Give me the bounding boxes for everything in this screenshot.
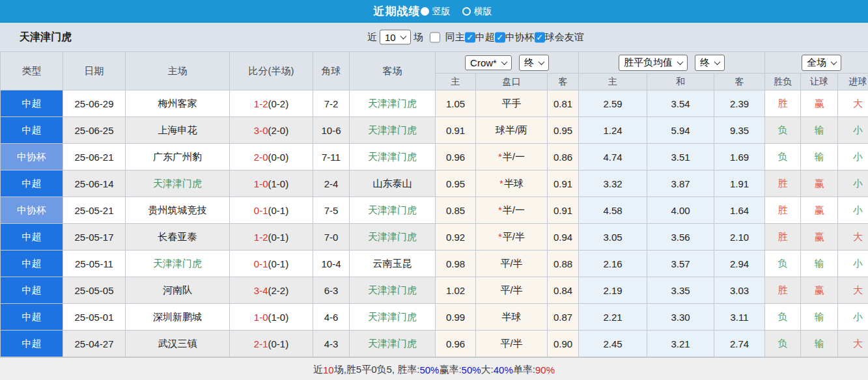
result-winlose: 负	[765, 144, 801, 170]
period-select[interactable]: 全场	[802, 55, 841, 71]
avg-draw: 3.51	[647, 144, 714, 170]
odds-away: 0.91	[548, 170, 579, 197]
col-header-odds-home: 主	[436, 74, 476, 90]
filter-toolbar: 天津津门虎 近 10 场 同主 ✓ 中超 ✓ 中协杯 ✓ 球会友谊	[0, 23, 868, 51]
avg-home: 3.32	[579, 170, 647, 197]
corner-score: 2-4	[313, 170, 350, 197]
result-winlose: 胜	[765, 224, 801, 251]
match-date: 25-05-01	[63, 304, 126, 331]
odds-away: 0.84	[548, 277, 579, 304]
corner-score: 7-11	[313, 144, 350, 170]
away-team: 天津津门虎	[350, 197, 436, 224]
title-bar: 近期战绩 竖版 横版	[0, 0, 868, 23]
result-winlose: 胜	[765, 277, 801, 304]
match-type-badge: 中超	[1, 251, 63, 277]
results-tbody: 中超 25-06-29 梅州客家 1-2(0-2) 7-2 天津津门虎 1.05…	[1, 90, 868, 357]
col-header-avg-draw: 和	[647, 74, 714, 90]
col-header-odds-away: 客	[548, 74, 579, 90]
result-handicap: 输	[801, 144, 838, 170]
away-team: 天津津门虎	[350, 331, 436, 357]
odds-handicap: 球半/两	[476, 117, 548, 144]
summary-bar: 近10场,胜5平0负5, 胜率:50% 赢率:50% 大:40% 单率:90%	[0, 357, 868, 380]
avg-odds-select[interactable]: 胜平负均值	[619, 55, 688, 71]
result-goals: 大	[838, 224, 868, 251]
avg-time-select[interactable]: 终	[695, 55, 725, 71]
summary-segment: 赢率:	[439, 364, 461, 376]
match-date: 25-05-17	[63, 224, 126, 251]
avg-draw: 3.21	[647, 331, 714, 357]
away-team: 天津津门虎	[350, 224, 436, 251]
summary-segment: 10	[323, 364, 334, 375]
avg-away: 1.64	[714, 197, 765, 224]
home-team: 广东广州豹	[126, 144, 230, 170]
avg-home: 2.21	[579, 304, 647, 331]
match-type-badge: 中超	[1, 224, 63, 251]
odds-handicap: 平/半	[476, 251, 548, 277]
table-row: 中超 25-06-29 梅州客家 1-2(0-2) 7-2 天津津门虎 1.05…	[1, 90, 868, 117]
match-date: 25-05-21	[63, 197, 126, 224]
layout-horizontal-option[interactable]: 横版	[474, 6, 492, 18]
radio-selected-icon[interactable]	[421, 7, 429, 16]
table-row: 中超 25-05-01 深圳新鹏城 1-0(1-0) 4-6 天津津门虎 0.9…	[1, 304, 868, 331]
home-team: 河南队	[126, 277, 230, 304]
avg-home: 4.58	[579, 197, 647, 224]
avg-away: 1.69	[714, 144, 765, 170]
filter-label-cup[interactable]: 中协杯	[505, 31, 535, 44]
result-handicap: 赢	[801, 170, 838, 197]
same-home-away-label[interactable]: 同主	[445, 31, 465, 44]
check-icon: ✓	[536, 32, 543, 42]
home-team: 贵州筑城竞技	[126, 197, 230, 224]
col-header-away: 客场	[350, 52, 436, 90]
layout-vertical-option[interactable]: 竖版	[432, 6, 451, 18]
odds-time-select[interactable]: 终	[519, 55, 549, 71]
home-team: 上海申花	[126, 117, 230, 144]
handicap-star-icon: *	[498, 204, 502, 215]
result-winlose: 胜	[765, 197, 801, 224]
corner-score: 4-3	[313, 331, 350, 357]
home-team: 武汉三镇	[126, 331, 230, 357]
recent-count-select[interactable]: 10	[380, 30, 411, 45]
odds-home: 1.05	[436, 90, 476, 117]
col-header-corner: 角球	[313, 52, 350, 90]
chevron-down-icon	[538, 59, 544, 65]
away-team: 天津津门虎	[350, 277, 436, 304]
avg-home: 1.24	[579, 117, 647, 144]
corner-score: 10-4	[313, 251, 350, 277]
result-winlose: 胜	[765, 90, 801, 117]
filter-label-friendly[interactable]: 球会友谊	[545, 31, 584, 44]
table-row: 中协杯 25-05-21 贵州筑城竞技 0-1(0-1) 7-5 天津津门虎 0…	[1, 197, 868, 224]
recent-label: 近	[367, 31, 377, 44]
avg-draw: 4.00	[647, 197, 714, 224]
odds-away: 0.90	[548, 331, 579, 357]
odds-home: 0.96	[436, 331, 476, 357]
checkbox-friendly[interactable]: ✓	[535, 32, 545, 42]
filter-label-super[interactable]: 中超	[475, 31, 495, 44]
summary-segment: 40%	[494, 364, 513, 375]
odds-home: 0.96	[436, 144, 476, 170]
check-icon: ✓	[496, 32, 503, 42]
summary-segment: 近	[313, 364, 323, 376]
result-handicap: 赢	[801, 224, 838, 251]
radio-unselected-icon[interactable]	[462, 7, 471, 16]
checkbox-same-home-away[interactable]	[430, 32, 440, 42]
corner-score: 10-6	[313, 117, 350, 144]
checkbox-league-cup[interactable]: ✓	[495, 32, 505, 42]
summary-segment: 单率:	[513, 364, 535, 376]
match-date: 25-05-05	[63, 277, 126, 304]
summary-segment: 90%	[535, 364, 555, 375]
result-handicap: 输	[801, 304, 838, 331]
home-team: 深圳新鹏城	[126, 304, 230, 331]
checkbox-league-super[interactable]: ✓	[465, 32, 475, 42]
result-goals: 小	[838, 304, 868, 331]
chevron-down-icon	[714, 59, 721, 65]
col-header-home: 主场	[126, 52, 230, 90]
odds-company-select[interactable]: Crow*	[465, 55, 512, 70]
match-type-badge: 中协杯	[1, 144, 63, 170]
result-goals: 小	[838, 117, 868, 144]
match-score: 1-0(1-0)	[230, 170, 313, 197]
col-header-avg-home: 主	[579, 74, 647, 90]
result-winlose: 负	[765, 251, 801, 277]
avg-draw: 5.94	[647, 117, 714, 144]
match-score: 1-2(0-1)	[230, 224, 313, 251]
match-type-badge: 中协杯	[1, 197, 63, 224]
